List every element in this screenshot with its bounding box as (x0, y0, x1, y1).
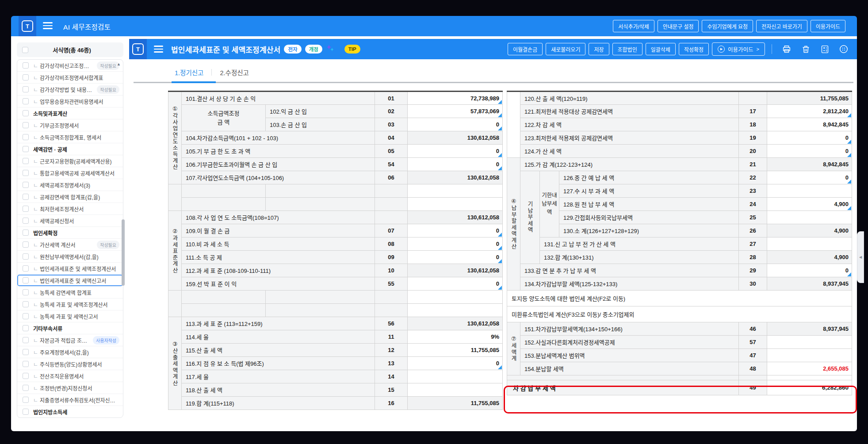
checkbox[interactable] (23, 98, 29, 104)
row-value-cell[interactable] (767, 211, 852, 224)
checkbox[interactable] (23, 277, 29, 283)
checkbox[interactable] (23, 194, 29, 200)
usage-guide-button[interactable]: ▶ 이용가이드 > (712, 42, 765, 56)
row-value-cell[interactable] (767, 336, 852, 349)
collapse-panel-handle[interactable]: ◀ (857, 231, 864, 283)
sidebar-item[interactable]: ㄴ주요계정명세서(갑,을) (17, 346, 123, 358)
tab-amended-filing[interactable]: 2.수정신고 (220, 68, 249, 77)
checkbox[interactable] (23, 385, 29, 391)
sidebar-item[interactable]: ㄴ기부금조정명세서 (17, 119, 123, 131)
sidebar-item[interactable]: ㄴ감가상각비조정명세서합계표 (17, 72, 123, 84)
checkbox[interactable] (23, 313, 29, 319)
row-value-cell[interactable]: 0 (408, 251, 503, 264)
checkbox[interactable] (23, 206, 29, 212)
sidebar-item[interactable]: 법인세확정 (17, 227, 123, 239)
doc-toolbar-button[interactable]: 조합법인 (612, 43, 642, 55)
row-value-cell[interactable]: 0 (408, 158, 503, 171)
sidebar-item[interactable]: ㄴ최저한세조정계산서 (17, 203, 123, 215)
unreturned-income-note[interactable]: 미환류소득법인세 계산(F3으로 이동)/ 중소기업제외 (507, 306, 852, 322)
checkbox[interactable] (23, 134, 29, 140)
select-all-checkbox[interactable] (22, 47, 28, 53)
row-value-cell[interactable]: 0 (408, 277, 503, 291)
checkbox[interactable] (23, 397, 29, 403)
sidebar-item[interactable]: 법인지방소득세 (17, 406, 123, 417)
checkbox[interactable] (23, 373, 29, 379)
sidebar-item[interactable]: ㄴ법인세과세표준 및 세액조정계산서 (17, 263, 123, 275)
sidebar-item[interactable]: 세액감면 · 공제 (17, 143, 123, 155)
delete-button[interactable] (800, 43, 811, 55)
sidebar-item[interactable]: ㄴ자본금과 적립금 조정명세서(···사용자작성 (17, 334, 123, 346)
calculator-button[interactable] (819, 43, 830, 55)
row-value-cell[interactable] (767, 349, 852, 362)
checkbox[interactable] (23, 62, 29, 69)
sidebar-item[interactable]: ㄴ농특세 과표 및 세액신고서 (17, 310, 123, 322)
row-value-cell[interactable]: 57,873,069 (408, 105, 503, 118)
row-value-cell[interactable]: 2,812,240 (767, 105, 852, 118)
row-value-cell[interactable]: 4,900 (767, 198, 852, 211)
row-value-cell[interactable]: 0 (767, 131, 852, 145)
checkbox[interactable] (23, 253, 29, 260)
sidebar-item[interactable]: ㄴ농특세 과표 및 세액조정계산서 (17, 299, 123, 310)
sidebar-item[interactable]: ㄴ소득금액조정합계표, 명세서 (17, 131, 123, 143)
row-value-cell[interactable]: 9% (408, 330, 503, 344)
tip-badge[interactable]: TIP (344, 45, 360, 54)
row-value-cell[interactable] (408, 370, 503, 383)
sidebar-item[interactable]: 소득및과표계산 (17, 107, 123, 119)
row-value-cell[interactable]: 0 (408, 237, 503, 251)
row-value-cell[interactable] (767, 237, 852, 251)
sidebar-item[interactable]: ㄴ농특세 감면세액 합계표 (17, 287, 123, 299)
checkbox[interactable] (23, 337, 29, 343)
row-value-cell[interactable]: 2,655,085 (767, 362, 852, 375)
topbar-button[interactable]: 이용가이드 (811, 20, 845, 32)
sidebar-item[interactable]: ㄴ지출증명서류수취검토서(전자신고용) (17, 394, 123, 406)
checkbox[interactable] (23, 122, 29, 128)
sidebar-item[interactable]: ㄴ가산세액 계산서작성필요 (17, 239, 123, 251)
checkbox[interactable] (23, 230, 29, 236)
sidebar-item[interactable]: ㄴ원천납부세액명세서(갑,을) (17, 251, 123, 263)
sidebar-item[interactable]: ㄴ법인세과세표준 및 세액신고서 (17, 275, 123, 287)
checkbox[interactable] (23, 289, 29, 295)
checkbox[interactable] (23, 158, 29, 164)
doc-toolbar-button[interactable]: 일괄삭제 (646, 43, 676, 55)
row-value-cell[interactable]: 8,942,845 (767, 118, 852, 131)
checkbox[interactable] (23, 361, 29, 367)
row-value-cell[interactable]: 6,282,860 (767, 380, 852, 395)
topbar-button[interactable]: 전자신고 바로가기 (756, 20, 807, 32)
menu-icon[interactable] (43, 22, 53, 30)
checkbox[interactable] (23, 182, 29, 188)
doc-menu-icon[interactable] (154, 46, 163, 53)
checkbox[interactable] (23, 86, 29, 92)
topbar-button[interactable]: 서식추가/삭제 (613, 20, 654, 32)
row-value-cell[interactable]: 0 (767, 171, 852, 184)
sidebar-item[interactable]: 기타부속서류 (17, 322, 123, 334)
sidebar-item[interactable]: ㄴ감가상각비신고조정명세서작성필요 (17, 60, 123, 72)
sidebar-item[interactable]: ㄴ통합고용세액공제 공제세액계산서 (17, 167, 123, 179)
doc-toolbar-button[interactable]: 새로불러오기 (546, 43, 585, 55)
print-button[interactable] (781, 43, 792, 55)
row-value-cell[interactable]: 0 (408, 224, 503, 237)
sidebar-item[interactable]: ㄴ전산조직운용명세서 (17, 370, 123, 382)
land-transfer-note[interactable]: 토지등 양도소득에 대한 법인세 계산(F2로 이동) (507, 291, 852, 306)
tab-regular-filing[interactable]: 1.정기신고 (175, 68, 203, 77)
row-value-cell[interactable] (408, 383, 503, 397)
sidebar-item[interactable]: ㄴ근로자고용현황(공제세액계산용) (17, 155, 123, 167)
topbar-button[interactable]: 안내문구 설정 (658, 20, 699, 32)
checkbox[interactable] (23, 409, 29, 415)
topbar-button[interactable]: 수임기업에게 요청 (702, 20, 753, 32)
row-value-cell[interactable]: 72,738,989 (408, 92, 503, 105)
checkbox[interactable] (23, 325, 29, 331)
sidebar-item[interactable]: ㄴ공제감면세액 합계표(갑,을) (17, 191, 123, 203)
sidebar-item[interactable]: ㄴ감가상각방법 및 내용연수신고서작성필요 (17, 84, 123, 96)
row-value-cell[interactable]: 0 (767, 264, 852, 277)
checkbox[interactable] (23, 110, 29, 116)
row-value-cell[interactable]: 11,755,085 (408, 344, 503, 357)
sidebar-item[interactable]: ㄴ세액공제조정명세서(3) (17, 179, 123, 191)
row-value-cell[interactable]: 0 (408, 118, 503, 131)
row-value-cell[interactable]: 0 (408, 357, 503, 370)
sidebar-item[interactable]: ㄴ조정반(변경)지정신청서 (17, 382, 123, 394)
doc-toolbar-button[interactable]: 작성확정 (679, 43, 709, 55)
doc-toolbar-button[interactable]: 저장 (589, 43, 609, 55)
sidebar-item[interactable]: ㄴ주식등변동(양도)상황명세서 (17, 358, 123, 370)
row-value-cell[interactable] (767, 184, 852, 198)
sidebar-scrollbar[interactable] (122, 219, 125, 286)
